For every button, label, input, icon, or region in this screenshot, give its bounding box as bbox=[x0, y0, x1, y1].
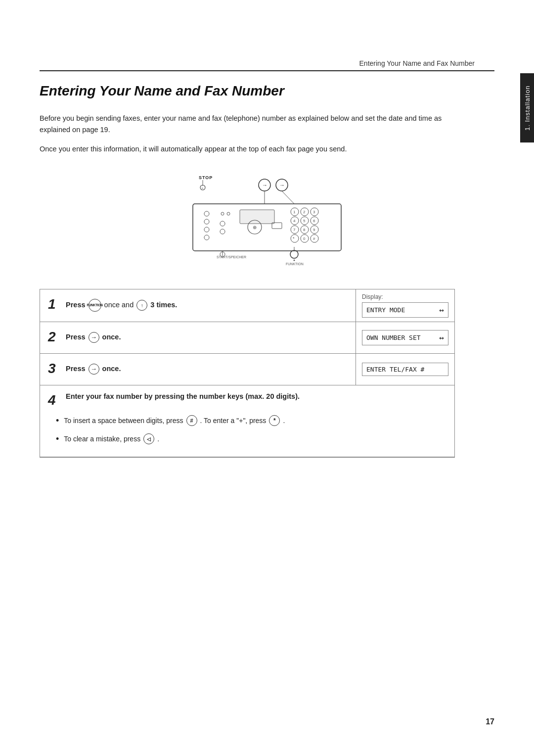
svg-text:→: → bbox=[279, 182, 285, 188]
star-button-icon: * bbox=[269, 415, 280, 426]
svg-text:5: 5 bbox=[303, 219, 306, 223]
svg-text:4: 4 bbox=[293, 219, 296, 223]
step-4-header: 4 Enter your fax number by pressing the … bbox=[48, 391, 446, 408]
step-4-text: Enter your fax number by pressing the nu… bbox=[66, 391, 300, 402]
step-3-left: 3 Press → once. bbox=[40, 354, 356, 385]
svg-rect-17 bbox=[240, 210, 274, 224]
bullet-1: To insert a space between digits, press … bbox=[56, 414, 446, 427]
step-3-number: 3 bbox=[48, 360, 60, 377]
step-1-display-box: ENTRY MODE ↔ bbox=[362, 302, 448, 318]
nav-button-icon: ↑ bbox=[136, 300, 147, 311]
step-4-inner: 4 Enter your fax number by pressing the … bbox=[40, 385, 454, 457]
svg-point-11 bbox=[204, 211, 209, 216]
step-1-left: 1 Press FUNKTION once and ↑ 3 times. bbox=[40, 289, 356, 322]
svg-point-45 bbox=[220, 229, 225, 234]
svg-text:9: 9 bbox=[313, 228, 315, 232]
hash-button-icon: # bbox=[186, 415, 197, 426]
svg-text:1: 1 bbox=[293, 210, 296, 214]
funktion-button-icon: FUNKTION bbox=[89, 299, 101, 312]
svg-point-12 bbox=[204, 219, 209, 224]
intro-paragraph-2: Once you enter this information, it will… bbox=[40, 143, 445, 155]
svg-text:7: 7 bbox=[293, 228, 296, 232]
svg-point-15 bbox=[221, 212, 224, 215]
svg-point-44 bbox=[220, 221, 225, 226]
svg-text:3: 3 bbox=[313, 210, 315, 214]
step-3-display: ENTER TEL/FAX # bbox=[356, 354, 454, 385]
step-1-once-and: once and bbox=[104, 301, 136, 309]
page-title: Entering Your Name and Fax Number bbox=[40, 83, 494, 99]
arrow-button-icon-2: → bbox=[89, 332, 99, 343]
svg-point-13 bbox=[204, 227, 209, 232]
breadcrumb: Entering Your Name and Fax Number bbox=[40, 59, 494, 71]
step-2-number: 2 bbox=[48, 328, 60, 345]
step-2-text: Press → once. bbox=[66, 332, 121, 343]
step-1-number: 1 bbox=[48, 295, 60, 312]
step-1-display-text: ENTRY MODE bbox=[366, 306, 405, 314]
step-1-row: 1 Press FUNKTION once and ↑ 3 times. Dis… bbox=[40, 289, 454, 322]
svg-text:STOP: STOP bbox=[199, 175, 213, 180]
step-2-row: 2 Press → once. OWN NUMBER SET ↔ bbox=[40, 322, 454, 354]
step-4-number: 4 bbox=[48, 391, 60, 408]
svg-line-9 bbox=[282, 191, 294, 204]
step-3-row: 3 Press → once. ENTER TEL/FAX # bbox=[40, 354, 454, 385]
page-number: 17 bbox=[486, 717, 494, 726]
step-2-display: OWN NUMBER SET ↔ bbox=[356, 322, 454, 353]
step-3-display-box: ENTER TEL/FAX # bbox=[362, 363, 448, 376]
fax-machine-diagram: STOP s → → bbox=[163, 170, 371, 269]
instructions-table: 1 Press FUNKTION once and ↑ 3 times. Dis… bbox=[40, 289, 455, 458]
step-2-display-text: OWN NUMBER SET bbox=[366, 334, 421, 341]
svg-text:0: 0 bbox=[303, 236, 306, 241]
arrow-button-icon-3: → bbox=[89, 364, 99, 375]
step-4-bullets: To insert a space between digits, press … bbox=[48, 414, 446, 446]
svg-point-50 bbox=[290, 250, 298, 258]
svg-point-16 bbox=[227, 212, 230, 215]
svg-point-53 bbox=[294, 259, 295, 261]
svg-text:FUNKTION: FUNKTION bbox=[286, 262, 304, 266]
display-label: Display: bbox=[362, 293, 448, 300]
svg-text:8: 8 bbox=[303, 228, 306, 232]
step-1-display: Display: ENTRY MODE ↔ bbox=[356, 289, 454, 322]
svg-text:⊕: ⊕ bbox=[253, 225, 257, 230]
step-2-display-arrow: ↔ bbox=[439, 333, 444, 342]
bullet-2: To clear a mistake, press ◁ . bbox=[56, 432, 446, 446]
step-2-display-box: OWN NUMBER SET ↔ bbox=[362, 330, 448, 345]
svg-text:s: s bbox=[202, 187, 203, 189]
svg-text:*: * bbox=[293, 236, 295, 241]
svg-point-14 bbox=[204, 235, 209, 240]
section-tab: 1. Installation bbox=[520, 73, 534, 142]
svg-text:START/SPEICHER: START/SPEICHER bbox=[217, 255, 246, 259]
svg-point-36 bbox=[291, 235, 299, 242]
step-4-row: 4 Enter your fax number by pressing the … bbox=[40, 385, 454, 457]
svg-text:2: 2 bbox=[303, 210, 306, 214]
intro-paragraph-1: Before you begin sending faxes, enter yo… bbox=[40, 113, 445, 136]
clear-button-icon: ◁ bbox=[143, 433, 154, 444]
svg-text:6: 6 bbox=[313, 219, 315, 223]
device-diagram-area: STOP s → → bbox=[40, 170, 494, 269]
step-3-text: Press → once. bbox=[66, 364, 121, 375]
step-3-display-text: ENTER TEL/FAX # bbox=[366, 366, 424, 373]
step-2-left: 2 Press → once. bbox=[40, 322, 356, 353]
svg-text:#: # bbox=[313, 236, 315, 241]
step-1-display-arrow: ↔ bbox=[439, 305, 444, 315]
step-1-text: Press FUNKTION once and ↑ 3 times. bbox=[66, 299, 177, 312]
svg-text:→: → bbox=[262, 182, 267, 188]
